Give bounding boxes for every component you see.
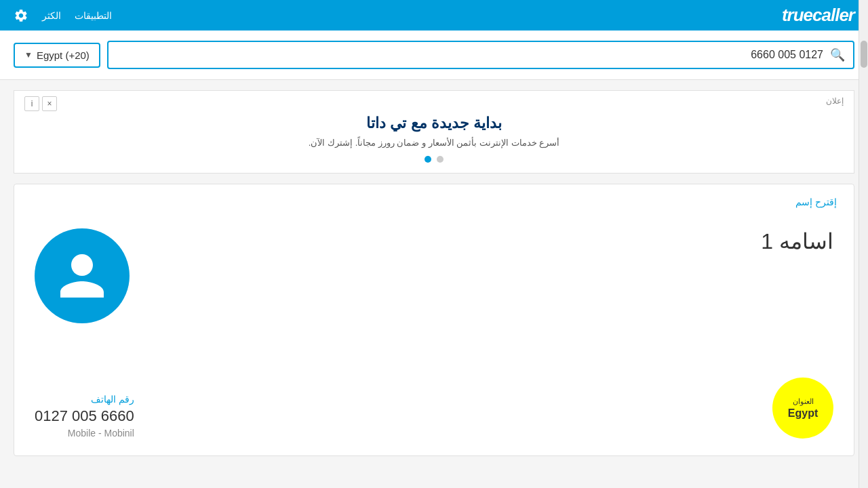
scrollbar[interactable] [859, 0, 868, 488]
logo: truecaller [782, 5, 854, 26]
ad-subtitle: أسرع خدمات الإنترنت بأثمن الأسعار و ضمان… [309, 138, 559, 148]
suggest-name-link[interactable]: إقترح إسم [795, 197, 837, 207]
dot-1[interactable] [437, 156, 443, 163]
chevron-down-icon: ▼ [24, 50, 33, 60]
settings-icon[interactable] [14, 8, 28, 23]
main-content: إعلان × i بداية جديدة مع تي داتا أسرع خد… [0, 90, 868, 456]
ad-content: بداية جديدة مع تي داتا أسرع خدمات الإنتر… [28, 101, 840, 163]
result-card: إقترح إسم اسامه 1 العنوان Egypt رقم الها… [14, 184, 854, 456]
more-link[interactable]: الكثر [42, 10, 61, 21]
phone-number: 0127 005 6660 [35, 407, 134, 425]
location-value: Egypt [788, 407, 818, 420]
apps-link[interactable]: التطبيقات [75, 10, 112, 21]
avatar [35, 228, 130, 323]
phone-details: رقم الهاتف 0127 005 6660 Mobile - Mobini… [35, 394, 134, 439]
ad-section: إعلان × i بداية جديدة مع تي داتا أسرع خد… [14, 90, 854, 174]
ad-info-button[interactable]: i [24, 96, 39, 111]
ad-controls: × i [24, 96, 57, 111]
contact-info: اسامه 1 [150, 228, 833, 268]
header: truecaller التطبيقات الكثر [0, 0, 868, 30]
dot-2[interactable] [425, 156, 431, 163]
location-badge[interactable]: العنوان Egypt [772, 378, 833, 439]
phone-label: رقم الهاتف [35, 394, 134, 405]
country-selector[interactable]: Egypt (+20) ▼ [14, 43, 100, 68]
ad-dots [425, 156, 443, 163]
country-display: Egypt (+20) [37, 49, 90, 61]
contact-layout: اسامه 1 [35, 201, 833, 323]
search-input-wrapper: 🔍 [107, 41, 854, 69]
person-icon [55, 249, 109, 303]
phone-type: Mobile - Mobinil [35, 428, 134, 439]
location-label: العنوان [793, 397, 814, 406]
ad-title: بداية جديدة مع تي داتا [366, 115, 501, 132]
ad-close-button[interactable]: × [42, 96, 57, 111]
search-icon: 🔍 [830, 47, 845, 62]
search-bar: 🔍 Egypt (+20) ▼ [0, 30, 868, 80]
header-actions: التطبيقات الكثر [14, 8, 112, 23]
ad-label: إعلان [826, 96, 844, 106]
contact-name: اسامه 1 [150, 228, 833, 254]
phone-info-section: العنوان Egypt رقم الهاتف 0127 005 6660 M… [35, 378, 833, 439]
search-input[interactable] [117, 49, 823, 61]
scrollbar-thumb[interactable] [861, 41, 867, 68]
